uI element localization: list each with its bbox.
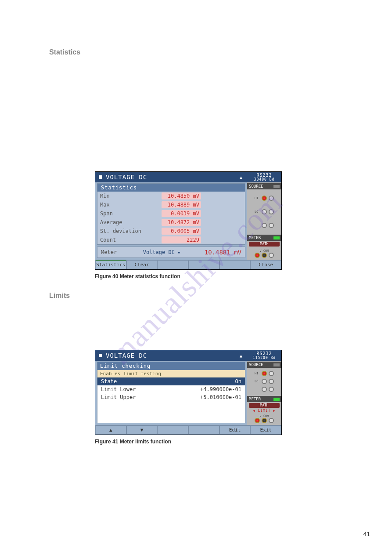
stat-label: St. deviation <box>100 228 162 234</box>
terminal-com-icon <box>262 253 267 258</box>
button-bar: ▲ ▼ Edit Exit <box>95 425 281 435</box>
terminal-diagram: HI LO <box>247 189 281 234</box>
figure-caption: Figure 40 Meter statistics function <box>95 273 357 279</box>
terminal-icon <box>269 209 274 214</box>
stat-label: Max <box>100 202 162 208</box>
title-bar: VOLTAGE DC ▲ <box>95 350 247 361</box>
stat-label: Average <box>100 219 162 225</box>
device-screen-limits: VOLTAGE DC ▲ Limit checking Enables limi… <box>95 350 282 435</box>
close-button[interactable]: Close <box>250 260 281 269</box>
terminal-icon <box>269 196 274 201</box>
terminal-icon <box>269 223 274 228</box>
screen-title: VOLTAGE DC <box>106 174 147 181</box>
terminal-icon <box>269 418 274 423</box>
softkey-empty <box>157 425 188 435</box>
title-bar: VOLTAGE DC ▲ <box>95 172 247 182</box>
button-bar: Statistics Clear Close <box>95 260 281 269</box>
stat-row: Span0.0039 mV <box>97 209 245 218</box>
softkey-empty <box>188 425 219 435</box>
softkey-empty <box>219 260 251 269</box>
side-panel: RS23238400 Bd SOURCE HI LO METER MATH V … <box>247 172 281 260</box>
meter-indicator: METER <box>247 396 281 402</box>
source-indicator: SOURCE <box>247 362 281 368</box>
figure-caption: Figure 41 Meter limits function <box>95 439 357 445</box>
warning-icon: ▲ <box>240 353 243 358</box>
limit-row-upper[interactable]: Limit Upper+5.010000e-01 <box>97 393 245 401</box>
limit-value: On <box>235 378 241 385</box>
panel-heading: Limit checking <box>97 362 245 370</box>
section-heading-statistics: Statistics <box>49 48 357 56</box>
section-heading-limits: Limits <box>49 292 357 300</box>
connection-indicator: RS232115200 Bd <box>247 350 281 361</box>
statistics-button[interactable]: Statistics <box>95 260 126 269</box>
source-indicator: SOURCE <box>247 183 281 189</box>
screen-title: VOLTAGE DC <box>106 352 147 359</box>
terminal-v-icon <box>255 418 260 423</box>
edit-button[interactable]: Edit <box>219 425 251 435</box>
terminal-icon <box>269 371 274 376</box>
stat-label: Count <box>100 237 162 243</box>
stop-icon <box>99 175 102 179</box>
stat-row: Max10.4889 mV <box>97 200 245 209</box>
terminal-diagram: V COM <box>247 413 281 425</box>
help-text: Enables limit testing <box>97 370 245 377</box>
connection-indicator: RS23238400 Bd <box>247 172 281 182</box>
terminal-hi-icon <box>262 196 267 201</box>
stat-label: Span <box>100 210 162 217</box>
limit-row-state[interactable]: StateOn <box>97 377 245 385</box>
nav-up-button[interactable]: ▲ <box>95 425 126 435</box>
page-number: 41 <box>363 530 370 537</box>
limits-panel: Limit checking Enables limit testing Sta… <box>97 362 245 423</box>
limit-label: State <box>101 378 117 385</box>
limit-value: +4.990000e-01 <box>200 386 241 392</box>
panel-heading: Statistics <box>97 184 245 192</box>
terminal-icon <box>269 387 274 392</box>
stat-value: 0.0005 mV <box>162 228 201 235</box>
terminal-v-icon <box>255 253 260 258</box>
meter-indicator: METER <box>247 235 281 241</box>
stat-row: Count2229 <box>97 236 245 244</box>
meter-function-dropdown[interactable]: Voltage DC ▼ <box>132 249 180 255</box>
terminal-diagram: HI LO <box>247 368 281 395</box>
stat-value: 2229 <box>162 236 201 243</box>
exit-button[interactable]: Exit <box>250 425 281 435</box>
device-screen-statistics: VOLTAGE DC ▲ Statistics Min10.4850 mV Ma… <box>95 171 282 270</box>
terminal-diagram: V COM <box>247 247 281 260</box>
limit-row-lower[interactable]: Limit Lower+4.990000e-01 <box>97 385 245 393</box>
statistics-panel: Statistics Min10.4850 mV Max10.4889 mV S… <box>97 183 245 245</box>
terminal-lo-icon <box>262 379 267 384</box>
stat-row: St. deviation0.0005 mV <box>97 227 245 236</box>
terminal-icon <box>269 253 274 258</box>
nav-down-button[interactable]: ▼ <box>126 425 158 435</box>
terminal-com-icon <box>262 418 267 423</box>
terminal-hi-icon <box>262 371 267 376</box>
meter-readout-row: Meter Voltage DC ▼ 10.4881 mV <box>97 247 245 258</box>
limit-nav: ◀ LIMIT ▶ <box>247 409 281 413</box>
limit-label: Limit Lower <box>101 386 136 392</box>
terminal-icon <box>269 379 274 384</box>
warning-icon: ▲ <box>240 175 243 180</box>
stat-value: 0.0039 mV <box>162 210 201 217</box>
side-panel: RS232115200 Bd SOURCE HI LO METER MATH ◀… <box>247 350 281 425</box>
stat-row: Min10.4850 mV <box>97 192 245 200</box>
terminal-icon <box>262 387 267 392</box>
terminal-icon <box>262 223 267 228</box>
math-badge: MATH <box>249 403 280 408</box>
meter-label: Meter <box>101 249 132 255</box>
stat-value: 10.4889 mV <box>162 201 201 208</box>
clear-button[interactable]: Clear <box>126 260 158 269</box>
terminal-lo-icon <box>262 209 267 214</box>
limit-value: +5.010000e-01 <box>200 394 241 400</box>
softkey-empty <box>157 260 188 269</box>
math-badge: MATH <box>249 242 280 247</box>
stat-row: Average10.4872 mV <box>97 218 245 227</box>
stat-value: 10.4872 mV <box>162 219 201 226</box>
stat-value: 10.4850 mV <box>162 192 201 200</box>
stat-label: Min <box>100 193 162 199</box>
softkey-empty <box>188 260 219 269</box>
stop-icon <box>99 354 102 357</box>
meter-reading: 10.4881 mV <box>180 249 241 256</box>
limit-label: Limit Upper <box>101 394 136 400</box>
